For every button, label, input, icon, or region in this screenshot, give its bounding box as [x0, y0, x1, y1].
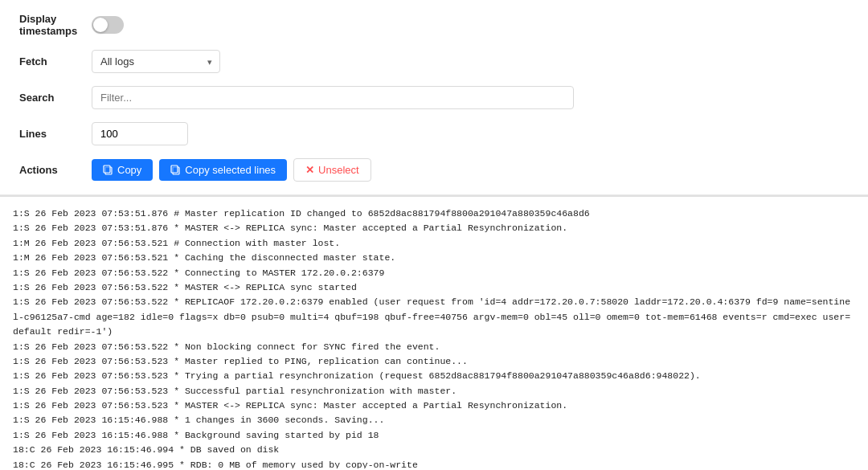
display-timestamps-row: Display timestamps	[19, 13, 849, 37]
page-container: Display timestamps Fetch All logs Error …	[0, 0, 868, 470]
display-timestamps-toggle-wrapper	[92, 16, 124, 34]
fetch-select-wrapper: All logs Error logs Warning logs Info lo…	[92, 50, 220, 73]
log-line: 1:S 26 Feb 2023 07:56:53.522 * Connectin…	[13, 266, 855, 280]
log-line: 1:S 26 Feb 2023 07:56:53.522 * REPLICAOF…	[13, 295, 855, 339]
log-line: 1:S 26 Feb 2023 07:56:53.523 * Trying a …	[13, 369, 855, 383]
log-line: 1:S 26 Feb 2023 07:56:53.522 * Non block…	[13, 340, 855, 354]
search-label: Search	[19, 92, 92, 104]
copy-icon	[103, 165, 113, 175]
log-line: 1:M 26 Feb 2023 07:56:53.521 # Connectio…	[13, 236, 855, 251]
svg-rect-3	[171, 166, 178, 173]
copy-selected-icon	[170, 165, 181, 175]
copy-selected-button[interactable]: Copy selected lines	[159, 159, 287, 181]
actions-row: Actions Copy Copy selected lines	[19, 158, 849, 182]
actions-label: Actions	[19, 164, 92, 176]
log-line: 1:S 26 Feb 2023 07:53:51.876 * MASTER <-…	[13, 221, 855, 235]
unselect-icon: ✕	[305, 164, 314, 176]
log-line: 1:S 26 Feb 2023 07:56:53.522 * MASTER <-…	[13, 280, 855, 295]
log-line: 18:C 26 Feb 2023 16:15:46.994 * DB saved…	[13, 443, 855, 457]
unselect-button[interactable]: ✕ Unselect	[293, 158, 371, 182]
lines-label: Lines	[19, 128, 92, 140]
log-line: 1:S 26 Feb 2023 07:56:53.523 * MASTER <-…	[13, 398, 855, 413]
copy-button[interactable]: Copy	[92, 159, 153, 181]
search-input[interactable]	[92, 86, 574, 109]
fetch-label: Fetch	[19, 55, 92, 67]
log-area: 1:S 26 Feb 2023 07:53:51.876 # Master re…	[0, 195, 868, 468]
log-line: 18:C 26 Feb 2023 16:15:46.995 * RDB: 0 M…	[13, 458, 855, 468]
lines-input[interactable]	[92, 122, 188, 145]
fetch-select[interactable]: All logs Error logs Warning logs Info lo…	[92, 50, 220, 73]
log-line: 1:M 26 Feb 2023 07:56:53.521 * Caching t…	[13, 251, 855, 265]
lines-row: Lines	[19, 122, 849, 145]
display-timestamps-toggle[interactable]	[92, 16, 124, 34]
unselect-button-label: Unselect	[318, 164, 359, 176]
log-line: 1:S 26 Feb 2023 07:53:51.876 # Master re…	[13, 206, 855, 221]
search-row: Search	[19, 86, 849, 109]
fetch-row: Fetch All logs Error logs Warning logs I…	[19, 50, 849, 73]
log-line: 1:S 26 Feb 2023 16:15:46.988 * 1 changes…	[13, 413, 855, 427]
actions-buttons: Copy Copy selected lines ✕ Unselect	[92, 158, 371, 182]
copy-button-label: Copy	[117, 164, 141, 176]
log-line: 1:S 26 Feb 2023 16:15:46.988 * Backgroun…	[13, 428, 855, 443]
svg-rect-1	[104, 166, 110, 173]
log-line: 1:S 26 Feb 2023 07:56:53.523 * Master re…	[13, 354, 855, 369]
log-line: 1:S 26 Feb 2023 07:56:53.523 * Successfu…	[13, 384, 855, 398]
settings-panel: Display timestamps Fetch All logs Error …	[0, 0, 868, 195]
display-timestamps-label: Display timestamps	[19, 13, 92, 37]
copy-selected-button-label: Copy selected lines	[185, 164, 276, 176]
